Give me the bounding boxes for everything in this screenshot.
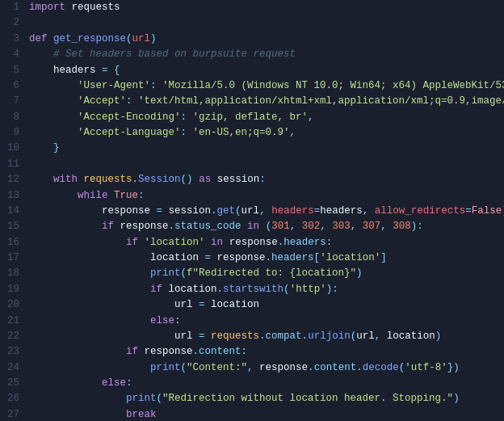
line-number: 24 xyxy=(0,360,29,376)
code-line: 22 url = requests.compat.urljoin(url, lo… xyxy=(0,329,504,344)
line-number: 11 xyxy=(0,157,29,172)
code-text: 'User-Agent': 'Mozilla/5.0 (Windows NT 1… xyxy=(29,78,504,94)
code-text xyxy=(29,15,36,31)
line-number: 12 xyxy=(0,172,29,187)
code-text: print("Redirection without location head… xyxy=(29,391,460,406)
code-line: 1import requests xyxy=(0,0,504,15)
line-number: 6 xyxy=(0,78,29,94)
code-line: 21 else: xyxy=(0,314,504,329)
line-number: 25 xyxy=(0,376,29,391)
line-number: 19 xyxy=(0,282,29,297)
code-line: 8 'Accept-Encoding': 'gzip, deflate, br'… xyxy=(0,110,504,125)
code-line: 15 if response.status_code in (301, 302,… xyxy=(0,219,504,234)
code-line: 11 xyxy=(0,157,504,172)
line-number: 8 xyxy=(0,110,29,125)
line-number: 27 xyxy=(0,407,29,421)
code-text: while True: xyxy=(29,188,145,204)
code-line: 10 } xyxy=(0,141,504,156)
line-number: 13 xyxy=(0,188,29,204)
line-number: 4 xyxy=(0,47,29,62)
line-number: 21 xyxy=(0,314,29,329)
code-line: 20 url = location xyxy=(0,297,504,313)
code-line: 3def get_response(url) xyxy=(0,32,504,47)
line-number: 10 xyxy=(0,141,29,156)
code-line: 24 print("Content:", response.content.de… xyxy=(0,360,504,376)
code-line: 7 'Accept': 'text/html,application/xhtml… xyxy=(0,94,504,109)
code-text: with requests.Session() as session: xyxy=(29,172,266,187)
code-text: url = requests.compat.urljoin(url, locat… xyxy=(29,329,441,344)
code-text: print(f"Redirected to: {location}") xyxy=(29,266,363,281)
line-number: 3 xyxy=(0,32,29,47)
line-number: 7 xyxy=(0,94,29,109)
code-line: 6 'User-Agent': 'Mozilla/5.0 (Windows NT… xyxy=(0,78,504,94)
code-editor: 1import requests2 3def get_response(url)… xyxy=(0,0,504,421)
code-line: 23 if response.content: xyxy=(0,344,504,360)
code-text: 'Accept': 'text/html,application/xhtml+x… xyxy=(29,94,504,109)
code-text: if response.status_code in (301, 302, 30… xyxy=(29,219,423,234)
code-text: response = session.get(url, headers=head… xyxy=(29,204,504,219)
code-text: else: xyxy=(29,376,132,391)
line-number: 26 xyxy=(0,391,29,406)
code-line: 5 headers = { xyxy=(0,63,504,78)
code-line: 25 else: xyxy=(0,376,504,391)
code-line: 17 location = response.headers['location… xyxy=(0,250,504,266)
code-text: 'Accept-Encoding': 'gzip, deflate, br', xyxy=(29,110,314,125)
code-text: } xyxy=(29,141,60,156)
line-number: 2 xyxy=(0,15,29,31)
code-line: 27 break xyxy=(0,407,504,421)
code-text: import requests xyxy=(29,0,120,15)
code-text: if location.startswith('http'): xyxy=(29,282,338,297)
code-text: # Set headers based on burpsuite request xyxy=(29,47,296,62)
line-number: 14 xyxy=(0,204,29,219)
code-line: 16 if 'location' in response.headers: xyxy=(0,235,504,250)
line-number: 20 xyxy=(0,297,29,313)
line-number: 9 xyxy=(0,125,29,141)
line-number: 18 xyxy=(0,266,29,281)
code-line: 19 if location.startswith('http'): xyxy=(0,282,504,297)
line-number: 1 xyxy=(0,0,29,15)
code-text: print("Content:", response.content.decod… xyxy=(29,360,460,376)
code-line: 13 while True: xyxy=(0,188,504,204)
code-text: if 'location' in response.headers: xyxy=(29,235,332,250)
line-number: 15 xyxy=(0,219,29,234)
line-number: 5 xyxy=(0,63,29,78)
code-text: location = response.headers['location'] xyxy=(29,250,387,266)
line-number: 17 xyxy=(0,250,29,266)
code-text: break xyxy=(29,407,157,421)
code-text: def get_response(url) xyxy=(29,32,157,47)
code-text: headers = { xyxy=(29,63,120,78)
code-text: url = location xyxy=(29,297,259,313)
code-line: 18 print(f"Redirected to: {location}") xyxy=(0,266,504,281)
code-line: 2 xyxy=(0,15,504,31)
line-number: 23 xyxy=(0,344,29,360)
code-line: 26 print("Redirection without location h… xyxy=(0,391,504,406)
code-line: 14 response = session.get(url, headers=h… xyxy=(0,204,504,219)
line-number: 16 xyxy=(0,235,29,250)
code-line: 9 'Accept-Language': 'en-US,en;q=0.9', xyxy=(0,125,504,141)
code-text: else: xyxy=(29,314,181,329)
code-line: 12 with requests.Session() as session: xyxy=(0,172,504,187)
code-text: 'Accept-Language': 'en-US,en;q=0.9', xyxy=(29,125,296,141)
line-number: 22 xyxy=(0,329,29,344)
code-text: if response.content: xyxy=(29,344,247,360)
code-text xyxy=(29,157,36,172)
code-line: 4 # Set headers based on burpsuite reque… xyxy=(0,47,504,62)
